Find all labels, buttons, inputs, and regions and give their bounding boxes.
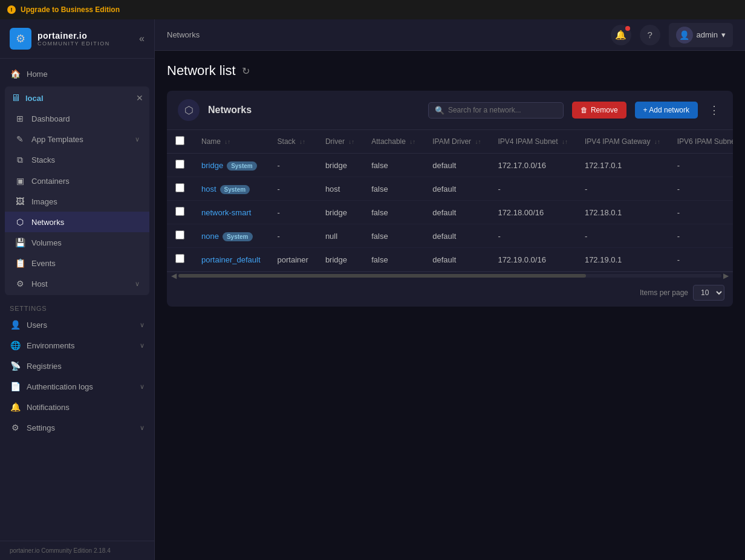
containers-icon: ▣ [15,176,25,186]
upgrade-bar[interactable]: ! Upgrade to Business Edition [0,0,745,19]
environment-header: 🖥 local ✕ [5,88,149,108]
row-checkbox[interactable] [175,230,184,239]
cell-value: - [269,224,317,248]
table-row: noneSystem-nullfalsedefault--- [167,224,733,248]
cell-value: false [363,201,424,224]
row-checkbox[interactable] [175,207,184,216]
cell-name: bridgeSystem [193,154,269,177]
sidebar-item-registries[interactable]: 📡 Registries [0,356,154,376]
sidebar-item-events[interactable]: 📋 Events [5,253,149,273]
help-button[interactable]: ? [640,25,660,45]
cell-name: portainer_default [193,248,269,272]
sidebar-item-host[interactable]: ⚙ Host ∨ [5,273,149,294]
remove-button[interactable]: 🗑 Remove [572,102,626,119]
pagination-row: Items per page 10 25 50 [167,279,733,307]
kebab-menu-button[interactable]: ⋮ [706,103,722,117]
images-icon: 🖼 [15,197,25,206]
refresh-button[interactable]: ↻ [242,65,250,77]
settings-section-label: Settings [0,298,154,314]
cell-value: false [363,154,424,177]
network-name-link[interactable]: host [201,184,216,194]
cell-value: null [317,224,363,248]
sidebar-item-label: Settings [27,423,134,432]
scrollbar-track[interactable] [178,274,721,278]
cell-value: - [576,224,669,248]
upgrade-icon: ! [7,5,16,14]
sidebar-item-images[interactable]: 🖼 Images [5,191,149,212]
cell-value: bridge [317,248,363,272]
sidebar-item-settings[interactable]: ⚙ Settings ∨ [0,417,154,438]
network-name-link[interactable]: portainer_default [201,255,261,264]
footer-text: portainer.io Community Edition 2.18.4 [10,547,111,554]
sidebar-item-containers[interactable]: ▣ Containers [5,171,149,191]
cell-value: - [576,177,669,201]
items-per-page-label: Items per page [640,288,688,297]
networks-card: ⬡ Networks 🔍 🗑 Remove + Add network ⋮ [167,91,733,307]
cell-value: - [669,201,733,224]
events-icon: 📋 [15,258,25,268]
notifications-bell-button[interactable]: 🔔 [611,25,631,45]
cell-name: network-smart [193,201,269,224]
row-checkbox[interactable] [175,254,184,263]
search-icon: 🔍 [435,106,444,115]
sidebar-item-networks[interactable]: ⬡ Networks [5,212,149,232]
env-close-button[interactable]: ✕ [136,93,143,103]
networks-icon: ⬡ [15,217,25,227]
network-name-link[interactable]: network-smart [201,208,251,217]
search-box: 🔍 [428,102,564,119]
sidebar-item-environments[interactable]: 🌐 Environments ∨ [0,335,154,356]
sidebar-item-dashboard[interactable]: ⊞ Dashboard [5,108,149,129]
logo-title: portainer.io [37,31,110,41]
horizontal-scrollbar[interactable]: ◀ ▶ [167,272,733,279]
cell-name: noneSystem [193,224,269,248]
sidebar-item-notifications[interactable]: 🔔 Notifications [0,397,154,417]
chevron-down-icon: ∨ [140,342,145,350]
table-row: hostSystem-hostfalsedefault--- [167,177,733,201]
auth-logs-icon: 📄 [10,382,21,391]
sidebar-item-label: Users [27,321,134,330]
dashboard-icon: ⊞ [15,114,25,123]
environments-icon: 🌐 [10,340,21,350]
row-checkbox[interactable] [175,183,184,192]
sidebar-item-stacks[interactable]: ⧉ Stacks [5,149,149,171]
scroll-left-arrow[interactable]: ◀ [169,272,178,280]
main-area: Networks 🔔 ? 👤 admin ▾ Network list ↻ [155,19,745,560]
network-name-link[interactable]: none [201,232,219,241]
sidebar-collapse-button[interactable]: « [139,33,145,44]
cell-value: - [669,248,733,272]
sidebar-item-label: Events [31,259,140,268]
logo-text: portainer.io COMMUNITY EDITION [37,31,110,47]
scrollbar-thumb [178,274,586,278]
network-name-link[interactable]: bridge [201,161,223,170]
sidebar-item-app-templates[interactable]: ✎ App Templates ∨ [5,129,149,149]
admin-avatar: 👤 [676,27,693,44]
environment-block: 🖥 local ✕ ⊞ Dashboard ✎ App Templates ∨ … [5,86,149,295]
admin-menu-button[interactable]: 👤 admin ▾ [669,23,733,47]
page-title: Network list [167,63,236,79]
page-content: Network list ↻ ⬡ Networks 🔍 🗑 Remove [155,51,745,560]
card-header: ⬡ Networks 🔍 🗑 Remove + Add network ⋮ [167,91,733,130]
card-title: Networks [208,105,420,116]
sidebar-item-home[interactable]: 🏠 Home [0,63,154,84]
cell-value: default [424,201,489,224]
items-per-page-select[interactable]: 10 25 50 [693,285,724,301]
scroll-right-arrow[interactable]: ▶ [721,272,730,280]
sidebar-item-label: Home [27,70,145,79]
row-checkbox[interactable] [175,160,184,169]
system-badge: System [227,161,257,171]
cell-value: 172.18.00/16 [489,201,576,224]
sidebar-item-label: Notifications [27,403,145,412]
select-all-checkbox[interactable] [175,136,184,145]
sidebar-item-label: Stacks [31,155,140,164]
search-input[interactable] [448,106,557,114]
sidebar-item-auth-logs[interactable]: 📄 Authentication logs ∨ [0,376,154,397]
sidebar-item-users[interactable]: 👤 Users ∨ [0,314,154,335]
cell-value: default [424,224,489,248]
col-attachable: Attachable ↓↑ [363,130,424,154]
cell-value: default [424,177,489,201]
sidebar-item-volumes[interactable]: 💾 Volumes [5,232,149,253]
add-network-button[interactable]: + Add network [635,102,698,119]
sidebar-item-label: App Templates [31,135,129,144]
cell-value: host [317,177,363,201]
cell-value: 172.18.0.1 [576,201,669,224]
